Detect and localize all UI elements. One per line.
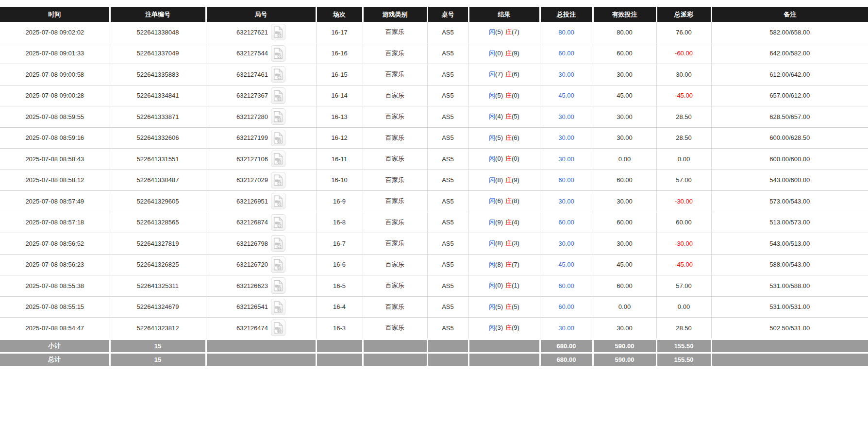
video-replay-button[interactable] — [271, 172, 285, 188]
result-player-label: 闲 — [489, 70, 495, 78]
cell-time: 2025-07-08 09:00:28 — [0, 85, 110, 106]
cell-remark: 531.00/531.00 — [711, 296, 868, 318]
cell-session: 16-10 — [316, 170, 363, 191]
cell-result: 闲(5)庄(0) — [468, 85, 540, 106]
result-player-label: 闲 — [489, 282, 495, 289]
cell-order-number: 522641335883 — [110, 64, 206, 85]
cell-total-bet: 60.00 — [540, 296, 593, 318]
table-row: 2025-07-08 08:59:55522641333871632127280… — [0, 106, 868, 128]
table-row: 2025-07-08 08:57:18522641328565632126874… — [0, 212, 868, 233]
cell-result: 闲(5)庄(6) — [468, 127, 540, 149]
round-number-group: 632126720 — [236, 256, 285, 273]
round-number-group: 632126474 — [236, 320, 285, 336]
cell-valid-bet: 60.00 — [593, 43, 656, 64]
result-banker-label: 庄 — [505, 70, 512, 78]
result-player-score: (9) — [495, 219, 503, 226]
result-banker-score: (1) — [512, 282, 519, 289]
cell-time: 2025-07-08 08:57:49 — [0, 191, 110, 212]
column-header-session: 场次 — [316, 7, 363, 22]
video-replay-button[interactable] — [271, 214, 285, 231]
video-replay-button[interactable] — [271, 130, 285, 146]
video-file-icon — [273, 322, 283, 334]
cell-valid-bet: 30.00 — [593, 106, 656, 128]
round-number: 632127367 — [236, 92, 268, 99]
cell-payout: -45.00 — [656, 85, 711, 106]
cell-round-number: 632127621 — [206, 22, 316, 43]
result-player-score: (6) — [495, 197, 503, 204]
cell-total-bet: 30.00 — [540, 149, 593, 170]
cell-remark: 642.00/582.00 — [711, 43, 868, 64]
round-number-group: 632127199 — [236, 130, 285, 146]
cell-table-number: AS5 — [427, 85, 468, 106]
video-replay-button[interactable] — [271, 45, 285, 62]
result-banker-score: (7) — [512, 28, 519, 35]
cell-session: 16-4 — [316, 296, 363, 318]
video-file-icon — [273, 111, 283, 122]
table-row: 2025-07-08 09:00:28522641334841632127367… — [0, 85, 868, 106]
round-number-group: 632126541 — [236, 299, 285, 315]
result-banker-label: 庄 — [505, 282, 512, 289]
cell-total-bet: 30.00 — [540, 318, 593, 340]
cell-game-type: 百家乐 — [363, 212, 427, 233]
result-banker-label: 庄 — [505, 239, 512, 247]
cell-result: 闲(3)庄(9) — [468, 318, 540, 340]
cell-session: 16-9 — [316, 191, 363, 212]
result-player-score: (8) — [495, 261, 503, 268]
cell-remark: 531.00/588.00 — [711, 275, 868, 297]
cell-round-number: 632127461 — [206, 64, 316, 85]
result-player-label: 闲 — [489, 261, 495, 268]
cell-table-number: AS5 — [427, 296, 468, 318]
cell-valid-bet: 45.00 — [593, 254, 656, 275]
cell-order-number: 522641326825 — [110, 254, 206, 275]
cell-table-number: AS5 — [427, 233, 468, 255]
cell-session: 16-15 — [316, 64, 363, 85]
video-replay-button[interactable] — [271, 256, 285, 273]
round-number: 632126541 — [236, 303, 268, 310]
video-replay-button[interactable] — [271, 299, 285, 315]
cell-table-number: AS5 — [427, 275, 468, 297]
cell-result: 闲(0)庄(1) — [468, 275, 540, 297]
cell-result: 闲(8)庄(9) — [468, 170, 540, 191]
cell-game-type: 百家乐 — [363, 64, 427, 85]
round-number-group: 632126874 — [236, 214, 285, 231]
cell-time: 2025-07-08 08:55:38 — [0, 275, 110, 297]
cell-round-number: 632126623 — [206, 275, 316, 297]
cell-round-number: 632126474 — [206, 318, 316, 340]
cell-order-number: 522641329605 — [110, 191, 206, 212]
cell-total-bet: 60.00 — [540, 170, 593, 191]
column-header-round_no: 局号 — [206, 7, 316, 22]
cell-time: 2025-07-08 08:59:16 — [0, 127, 110, 149]
video-replay-button[interactable] — [271, 24, 285, 40]
video-file-icon — [273, 301, 283, 313]
total-empty-cell — [363, 353, 427, 366]
result-banker-score: (8) — [512, 197, 519, 204]
video-replay-button[interactable] — [271, 235, 285, 252]
total-empty-cell — [316, 353, 363, 366]
cell-remark: 502.50/531.00 — [711, 318, 868, 340]
table-row: 2025-07-08 08:55:38522641325311632126623… — [0, 275, 868, 297]
video-file-icon — [273, 90, 283, 102]
cell-time: 2025-07-08 08:59:55 — [0, 106, 110, 128]
video-replay-button[interactable] — [271, 66, 285, 83]
video-replay-button[interactable] — [271, 193, 285, 209]
round-number: 632126798 — [236, 240, 268, 247]
cell-payout: 60.00 — [656, 212, 711, 233]
result-banker-score: (0) — [512, 155, 519, 162]
video-replay-button[interactable] — [271, 277, 285, 294]
result-player-score: (5) — [495, 28, 503, 35]
video-file-icon — [273, 153, 283, 165]
video-replay-button[interactable] — [271, 87, 285, 104]
video-replay-button[interactable] — [271, 151, 285, 167]
round-number-group: 632127621 — [236, 24, 285, 40]
cell-remark: 588.00/543.00 — [711, 254, 868, 275]
cell-payout: -45.00 — [656, 254, 711, 275]
subtotal-empty-cell — [427, 339, 468, 353]
result-banker-score: (5) — [512, 113, 519, 120]
result-banker-score: (9) — [512, 50, 519, 57]
cell-order-number: 522641333871 — [110, 106, 206, 128]
video-replay-button[interactable] — [271, 320, 285, 336]
video-replay-button[interactable] — [271, 108, 285, 125]
cell-time: 2025-07-08 08:57:18 — [0, 212, 110, 233]
cell-total-bet: 30.00 — [540, 233, 593, 255]
cell-session: 16-16 — [316, 43, 363, 64]
